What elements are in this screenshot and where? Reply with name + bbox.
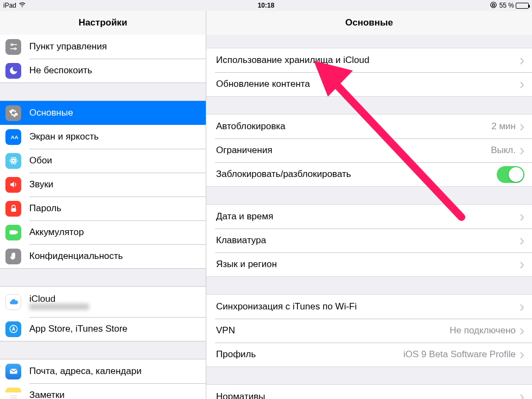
sidebar-item-wallpaper[interactable]: Обои [0, 149, 206, 173]
chevron-right-icon [520, 237, 524, 244]
row-label: Заблокировать/разблокировать [216, 169, 497, 180]
row-lock-unlock[interactable]: Заблокировать/разблокировать [206, 162, 532, 186]
control-center-icon [5, 39, 21, 55]
row-label: Автоблокировка [216, 121, 491, 132]
sidebar-title: Настройки [0, 11, 206, 35]
chevron-right-icon [520, 123, 524, 130]
row-date-time[interactable]: Дата и время [206, 205, 532, 229]
row-value: 2 мин [491, 121, 516, 132]
orientation-lock-icon [490, 1, 497, 10]
chevron-right-icon [520, 394, 524, 400]
settings-sidebar[interactable]: Пункт управления Не беспокоить Основные … [0, 35, 206, 399]
row-label: VPN [216, 325, 449, 336]
sidebar-item-label: Основные [29, 107, 197, 118]
sidebar-item-label: Звуки [29, 179, 197, 190]
navbar: Настройки Основные [0, 11, 532, 35]
sidebar-item-icloud[interactable]: iCloud [0, 287, 206, 317]
svg-point-6 [14, 48, 16, 49]
sidebar-item-label: App Store, iTunes Store [29, 324, 197, 334]
wallpaper-icon [5, 153, 21, 169]
row-value: Выкл. [491, 145, 516, 156]
sidebar-item-sounds[interactable]: Звуки [0, 173, 206, 197]
row-keyboard[interactable]: Клавиатура [206, 229, 532, 252]
svg-rect-15 [10, 231, 16, 234]
detail-title: Основные [206, 11, 532, 35]
battery-settings-icon [5, 225, 21, 240]
chevron-right-icon [520, 261, 524, 268]
wifi-icon [18, 1, 26, 10]
svg-rect-2 [492, 5, 495, 7]
sidebar-item-label: Конфиденциальность [29, 251, 197, 262]
chevron-right-icon [520, 147, 524, 154]
moon-icon [5, 63, 21, 79]
sidebar-item-passcode[interactable]: Пароль [0, 197, 206, 220]
sidebar-item-general[interactable]: Основные [0, 101, 206, 125]
row-storage-icloud[interactable]: Использование хранилища и iCloud [206, 48, 532, 72]
svg-rect-14 [11, 208, 16, 212]
sidebar-item-label: Экран и яркость [29, 131, 197, 142]
row-background-refresh[interactable]: Обновление контента [206, 72, 532, 96]
sidebar-item-label: Пункт управления [29, 41, 197, 52]
row-vpn[interactable]: VPN Не подключено [206, 319, 532, 343]
row-label: Ограничения [216, 145, 491, 156]
sidebar-item-label: Заметки [29, 390, 197, 399]
row-regulatory[interactable]: Нормативы [206, 385, 532, 399]
sidebar-item-label: Пароль [29, 203, 197, 214]
chevron-right-icon [520, 213, 524, 220]
row-label: Клавиатура [216, 235, 520, 246]
sound-icon [5, 177, 21, 193]
hand-icon [5, 249, 21, 264]
row-itunes-wifi-sync[interactable]: Синхронизация с iTunes по Wi-Fi [206, 295, 532, 319]
chevron-right-icon [520, 57, 524, 64]
sidebar-item-do-not-disturb[interactable]: Не беспокоить [0, 59, 206, 83]
svg-rect-16 [16, 232, 17, 233]
sidebar-item-display[interactable]: AA Экран и яркость [0, 125, 206, 149]
row-language-region[interactable]: Язык и регион [206, 252, 532, 276]
row-label: Синхронизация с iTunes по Wi-Fi [216, 301, 520, 312]
statusbar: iPad 10:18 55 % [0, 0, 532, 11]
icloud-icon [5, 294, 21, 310]
battery-pct: 55 % [499, 2, 514, 9]
chevron-right-icon [520, 81, 524, 88]
sidebar-item-privacy[interactable]: Конфиденциальность [0, 244, 206, 268]
row-label: Нормативы [216, 391, 520, 399]
row-autolock[interactable]: Автоблокировка 2 мин [206, 115, 532, 138]
device-label: iPad [3, 2, 16, 9]
clock: 10:18 [258, 2, 275, 9]
svg-point-3 [11, 44, 12, 46]
svg-rect-18 [10, 369, 17, 374]
sidebar-item-control-center[interactable]: Пункт управления [0, 35, 206, 59]
lock-icon [5, 201, 21, 217]
appstore-icon [5, 321, 21, 337]
chevron-right-icon [520, 351, 524, 358]
sidebar-item-label: Не беспокоить [29, 65, 197, 76]
row-label: Язык и регион [216, 259, 520, 270]
row-value: iOS 9 Beta Software Profile [403, 349, 516, 360]
notes-icon [5, 388, 21, 400]
row-value: Не подключено [449, 325, 516, 336]
row-label: Дата и время [216, 211, 520, 222]
row-profile[interactable]: Профиль iOS 9 Beta Software Profile [206, 343, 532, 366]
lock-unlock-toggle[interactable] [497, 166, 524, 183]
sidebar-item-label: Обои [29, 155, 197, 166]
sidebar-item-battery[interactable]: Аккумулятор [0, 220, 206, 244]
sidebar-item-label: iCloud [29, 294, 197, 305]
sidebar-item-appstore[interactable]: App Store, iTunes Store [0, 317, 206, 341]
sidebar-item-label: Почта, адреса, календари [29, 366, 197, 377]
row-label: Обновление контента [216, 79, 520, 90]
svg-text:AA: AA [10, 134, 18, 140]
mail-icon [5, 364, 21, 379]
chevron-right-icon [520, 303, 524, 311]
chevron-right-icon [520, 327, 524, 334]
battery-indicator: 55 % [499, 2, 529, 9]
row-label: Профиль [216, 349, 403, 360]
icloud-account-blurred [29, 303, 89, 310]
row-label: Использование хранилища и iCloud [216, 55, 520, 66]
sidebar-item-notes[interactable]: Заметки [0, 383, 206, 399]
general-detail-pane[interactable]: Использование хранилища и iCloud Обновле… [206, 35, 532, 399]
row-restrictions[interactable]: Ограничения Выкл. [206, 138, 532, 162]
brightness-icon: AA [5, 129, 21, 145]
battery-icon [516, 3, 529, 9]
svg-point-0 [22, 7, 22, 7]
sidebar-item-mail[interactable]: Почта, адреса, календари [0, 359, 206, 383]
